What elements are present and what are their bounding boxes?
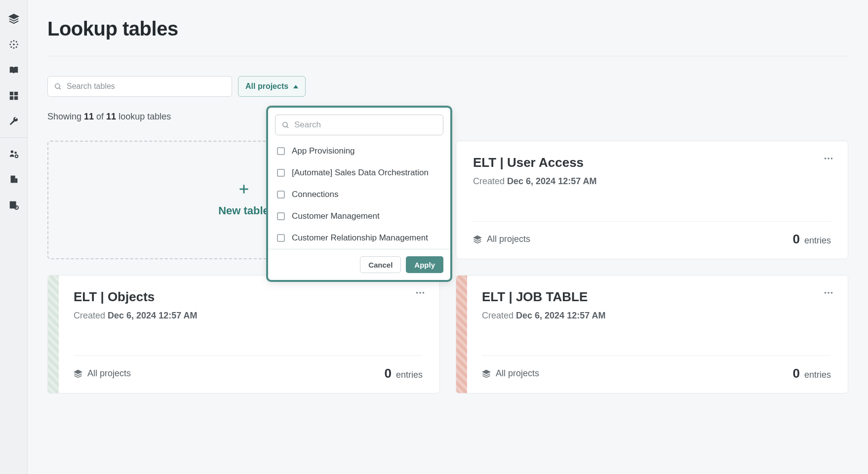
popover-option[interactable]: App Provisioning bbox=[275, 140, 443, 162]
caret-up-icon bbox=[293, 85, 298, 88]
table-card[interactable]: ELT | JOB TABLE Created Dec 6, 2024 12:5… bbox=[456, 275, 848, 394]
table-card-created: Created Dec 6, 2024 12:57 AM bbox=[74, 311, 423, 321]
popover-option[interactable]: Connections bbox=[275, 184, 443, 205]
table-card-title: ELT | JOB TABLE bbox=[482, 289, 831, 305]
main-content: Lookup tables All projects Showing 11 of… bbox=[28, 0, 868, 474]
card-menu-button[interactable] bbox=[823, 153, 834, 166]
table-card-created: Created Dec 6, 2024 12:57 AM bbox=[482, 311, 831, 321]
svg-rect-11 bbox=[14, 92, 18, 95]
page-title: Lookup tables bbox=[47, 18, 848, 40]
search-icon bbox=[54, 82, 62, 90]
svg-point-35 bbox=[828, 292, 829, 294]
svg-point-16 bbox=[15, 155, 18, 158]
svg-point-26 bbox=[825, 158, 827, 159]
layers-icon bbox=[473, 235, 482, 244]
svg-point-14 bbox=[11, 151, 13, 154]
plus-icon bbox=[237, 183, 250, 198]
projects-filter-popover: App Provisioning [Automate] Sales Data O… bbox=[266, 106, 452, 282]
svg-point-28 bbox=[831, 158, 833, 159]
popover-search-wrap[interactable] bbox=[275, 115, 443, 135]
nav-divider bbox=[0, 137, 27, 138]
svg-point-31 bbox=[419, 292, 421, 294]
table-card-title: ELT | Objects bbox=[74, 289, 423, 305]
svg-point-6 bbox=[10, 41, 12, 42]
svg-point-32 bbox=[423, 292, 425, 294]
svg-marker-0 bbox=[9, 14, 18, 19]
layers-icon bbox=[482, 369, 491, 378]
search-tables-input-wrap[interactable] bbox=[47, 76, 232, 97]
svg-marker-29 bbox=[474, 236, 481, 239]
svg-point-30 bbox=[416, 292, 418, 294]
popover-option[interactable]: Customer Relationship Management bbox=[275, 227, 443, 249]
svg-rect-17 bbox=[11, 176, 15, 183]
nav-grid-icon[interactable] bbox=[0, 83, 28, 109]
checkbox-icon bbox=[277, 191, 285, 198]
svg-rect-18 bbox=[15, 178, 18, 183]
controls-row: All projects bbox=[47, 76, 848, 97]
svg-point-27 bbox=[828, 158, 829, 159]
svg-marker-37 bbox=[483, 370, 490, 374]
card-footer: All projects 0 entries bbox=[482, 356, 831, 381]
title-divider bbox=[47, 56, 848, 56]
svg-point-5 bbox=[17, 44, 18, 45]
popover-options-list: App Provisioning [Automate] Sales Data O… bbox=[275, 140, 443, 249]
nav-billing-icon[interactable]: $ bbox=[0, 192, 28, 218]
svg-point-22 bbox=[55, 84, 60, 88]
popover-option[interactable]: Customer Management bbox=[275, 205, 443, 227]
popover-footer: Cancel Apply bbox=[268, 249, 450, 280]
projects-filter-label: All projects bbox=[245, 82, 288, 91]
card-menu-button[interactable] bbox=[415, 287, 426, 300]
card-accent bbox=[456, 276, 467, 393]
card-footer: All projects 0 entries bbox=[473, 222, 831, 247]
nav-book-icon[interactable] bbox=[0, 57, 28, 83]
svg-point-1 bbox=[13, 43, 15, 45]
new-table-label: New table bbox=[218, 204, 269, 217]
popover-option[interactable]: [Automate] Sales Data Orchestration bbox=[275, 162, 443, 184]
layers-icon bbox=[74, 369, 82, 378]
svg-point-7 bbox=[16, 41, 17, 42]
nav-people-icon[interactable] bbox=[0, 141, 28, 166]
card-scope: All projects bbox=[74, 368, 131, 379]
nav-hub-icon[interactable] bbox=[0, 32, 28, 57]
svg-rect-10 bbox=[10, 92, 13, 95]
apply-button[interactable]: Apply bbox=[406, 256, 443, 273]
popover-search-input[interactable] bbox=[294, 120, 437, 130]
search-icon bbox=[281, 121, 289, 129]
checkbox-icon bbox=[277, 169, 285, 177]
left-nav: $ bbox=[0, 0, 28, 474]
svg-line-23 bbox=[59, 88, 61, 89]
svg-point-36 bbox=[831, 292, 833, 294]
svg-point-9 bbox=[16, 46, 17, 48]
table-card-created: Created Dec 6, 2024 12:57 AM bbox=[473, 176, 831, 187]
svg-marker-33 bbox=[75, 370, 82, 374]
svg-text:$: $ bbox=[16, 206, 17, 209]
svg-point-15 bbox=[14, 152, 17, 154]
card-footer: All projects 0 entries bbox=[74, 356, 423, 381]
svg-point-3 bbox=[13, 47, 15, 49]
cancel-button[interactable]: Cancel bbox=[360, 256, 401, 273]
svg-point-38 bbox=[283, 122, 287, 127]
projects-filter-button[interactable]: All projects bbox=[238, 76, 306, 97]
card-entries: 0 entries bbox=[385, 366, 423, 381]
svg-rect-12 bbox=[10, 96, 13, 100]
table-card-title: ELT | User Access bbox=[473, 155, 831, 170]
card-scope: All projects bbox=[473, 234, 530, 244]
card-scope: All projects bbox=[482, 368, 539, 379]
nav-building-icon[interactable] bbox=[0, 166, 28, 192]
checkbox-icon bbox=[277, 147, 285, 155]
svg-point-8 bbox=[10, 46, 12, 48]
table-card[interactable]: ELT | Objects Created Dec 6, 2024 12:57 … bbox=[47, 275, 440, 394]
nav-wrench-icon[interactable] bbox=[0, 109, 28, 134]
svg-point-4 bbox=[9, 44, 11, 45]
search-tables-input[interactable] bbox=[67, 82, 226, 91]
table-card[interactable]: ELT | User Access Created Dec 6, 2024 12… bbox=[456, 141, 848, 259]
svg-point-34 bbox=[825, 292, 827, 294]
checkbox-icon bbox=[277, 212, 285, 220]
svg-rect-13 bbox=[14, 96, 18, 100]
svg-point-2 bbox=[13, 40, 15, 41]
card-entries: 0 entries bbox=[793, 366, 831, 381]
nav-layers-icon[interactable] bbox=[0, 6, 28, 32]
svg-line-39 bbox=[287, 126, 288, 128]
card-accent bbox=[48, 276, 59, 393]
card-menu-button[interactable] bbox=[823, 287, 834, 300]
